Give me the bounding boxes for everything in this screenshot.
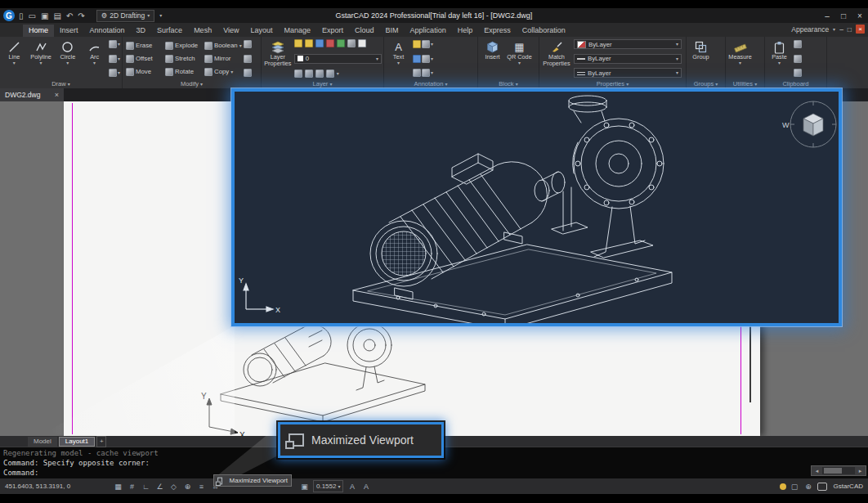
tab-mesh[interactable]: Mesh: [188, 25, 217, 37]
region-icon[interactable]: [109, 69, 117, 77]
workspace-switcher[interactable]: ⚙ 2D Drafting ▾: [96, 10, 155, 22]
measure-button[interactable]: Measure ▾: [727, 38, 753, 79]
layer-merge-icon[interactable]: [326, 70, 334, 78]
scrollbar-thumb[interactable]: [824, 468, 842, 474]
doc-restore-button[interactable]: □: [848, 25, 852, 34]
array-icon[interactable]: [244, 69, 252, 77]
layer-match-icon[interactable]: [294, 70, 302, 78]
match-properties-button[interactable]: Match Properties: [541, 38, 572, 79]
horizontal-scrollbar[interactable]: ◂ ▸: [811, 465, 866, 476]
feedback-bubble-icon[interactable]: [817, 483, 827, 491]
tab-application[interactable]: Application: [405, 25, 452, 37]
layout1-tab[interactable]: Layout1: [59, 437, 95, 447]
tab-manage[interactable]: Manage: [279, 25, 317, 37]
layer-on-icon[interactable]: [294, 39, 302, 47]
leader-icon[interactable]: [422, 40, 430, 48]
doc-close-button[interactable]: ×: [856, 25, 865, 34]
grid-icon[interactable]: ▦: [113, 483, 123, 491]
explode-button[interactable]: Explode: [163, 39, 203, 52]
tab-collaboration[interactable]: Collaboration: [517, 25, 571, 37]
tab-express[interactable]: Express: [478, 25, 517, 37]
redo-icon[interactable]: ↷: [78, 11, 84, 20]
minimize-button[interactable]: –: [819, 11, 835, 20]
modify-panel-label[interactable]: Modify ▾: [123, 80, 261, 88]
layer-lock-icon[interactable]: [326, 39, 334, 47]
appearance-menu[interactable]: Appearance: [791, 25, 829, 34]
doc-minimize-button[interactable]: –: [839, 25, 843, 34]
plot-icon[interactable]: ▤: [53, 11, 60, 20]
ortho-icon[interactable]: ∟: [141, 483, 151, 491]
model-space-toggle-icon[interactable]: ▣: [299, 483, 310, 491]
lineweight-icon[interactable]: ≡: [196, 483, 207, 491]
paste-button[interactable]: Paste ▾: [767, 38, 792, 79]
model-tab[interactable]: Model: [28, 437, 57, 447]
cut-icon[interactable]: [794, 40, 802, 48]
copy-base-icon[interactable]: [794, 69, 802, 77]
hatch-icon[interactable]: [109, 40, 117, 48]
mirror-button[interactable]: Mirror: [203, 52, 242, 65]
add-layout-button[interactable]: +: [96, 436, 106, 447]
layer-color-icon[interactable]: [358, 39, 366, 47]
tab-annotation[interactable]: Annotation: [84, 25, 131, 37]
layer-select[interactable]: 0 ▾: [294, 54, 382, 64]
tab-layout[interactable]: Layout: [245, 25, 279, 37]
viewport-scale-control[interactable]: 0.1552 ▾: [313, 480, 343, 492]
maximized-viewport[interactable]: W Y X: [231, 88, 842, 326]
tab-cloud[interactable]: Cloud: [349, 25, 380, 37]
rectangle-icon[interactable]: [109, 55, 117, 63]
tab-help[interactable]: Help: [452, 25, 479, 37]
text-style-icon[interactable]: [422, 69, 430, 77]
layer-panel-label[interactable]: Layer ▾: [262, 80, 383, 88]
scroll-left-icon[interactable]: ◂: [812, 468, 822, 474]
annotation-scale-icon[interactable]: A: [347, 483, 357, 491]
groups-panel-label[interactable]: Groups ▾: [687, 80, 725, 88]
clean-screen-icon[interactable]: ▢: [790, 483, 800, 491]
annotation-panel-label[interactable]: Annotation ▾: [384, 80, 477, 88]
tab-bim[interactable]: BIM: [380, 25, 405, 37]
multileader-icon[interactable]: [413, 55, 421, 63]
scroll-right-icon[interactable]: ▸: [855, 468, 866, 474]
maximize-button[interactable]: □: [835, 11, 852, 20]
color-select[interactable]: ByLayer ▾: [574, 39, 682, 49]
layer-unisolate-icon[interactable]: [347, 39, 356, 47]
boolean-button[interactable]: Boolean▾: [203, 39, 242, 52]
group-button[interactable]: Group: [688, 38, 714, 79]
target-icon[interactable]: ⊕: [803, 483, 814, 491]
fillet-icon[interactable]: [244, 40, 252, 48]
text-button[interactable]: A Text ▾: [386, 38, 411, 79]
dim-style-icon[interactable]: [413, 69, 421, 77]
snap-icon[interactable]: #: [127, 483, 137, 491]
save-icon[interactable]: ▣: [41, 11, 48, 20]
annotation-visibility-icon[interactable]: A: [360, 483, 371, 491]
line-button[interactable]: Line ▾: [2, 38, 27, 79]
erase-button[interactable]: Erase: [124, 39, 163, 52]
insert-button[interactable]: Insert: [480, 38, 505, 79]
draw-panel-label[interactable]: Draw ▾: [0, 80, 122, 88]
tab-3d[interactable]: 3D: [131, 25, 152, 37]
block-panel-label[interactable]: Block ▾: [478, 80, 539, 88]
tab-close-icon[interactable]: ×: [55, 91, 59, 99]
open-file-icon[interactable]: ▭: [29, 11, 36, 20]
tab-home[interactable]: Home: [23, 25, 54, 37]
tab-export[interactable]: Export: [316, 25, 349, 37]
circle-button[interactable]: Circle ▾: [56, 38, 81, 79]
app-logo-icon[interactable]: G: [3, 10, 15, 21]
trim-icon[interactable]: [244, 55, 252, 63]
layer-walk-icon[interactable]: [315, 70, 324, 78]
close-button[interactable]: ×: [852, 11, 868, 20]
properties-panel-label[interactable]: Properties ▾: [539, 80, 686, 88]
scrollbar-track[interactable]: [822, 467, 855, 474]
quick-access-more-icon[interactable]: ▾: [159, 13, 162, 18]
polar-tracking-icon[interactable]: ∠: [154, 483, 165, 491]
new-file-icon[interactable]: ▯: [19, 11, 24, 20]
lineweight-select[interactable]: ByLayer ▾: [574, 54, 682, 64]
linetype-select[interactable]: ByLayer ▾: [574, 68, 682, 78]
dimension-icon[interactable]: [413, 40, 421, 48]
offset-button[interactable]: Offset: [124, 52, 163, 65]
layer-properties-button[interactable]: Layer Properties: [263, 38, 293, 79]
tab-view[interactable]: View: [217, 25, 244, 37]
view-cube[interactable]: W: [782, 101, 836, 147]
rotate-button[interactable]: Rotate: [163, 65, 203, 79]
move-button[interactable]: Move: [124, 65, 163, 79]
tab-surface[interactable]: Surface: [151, 25, 188, 37]
